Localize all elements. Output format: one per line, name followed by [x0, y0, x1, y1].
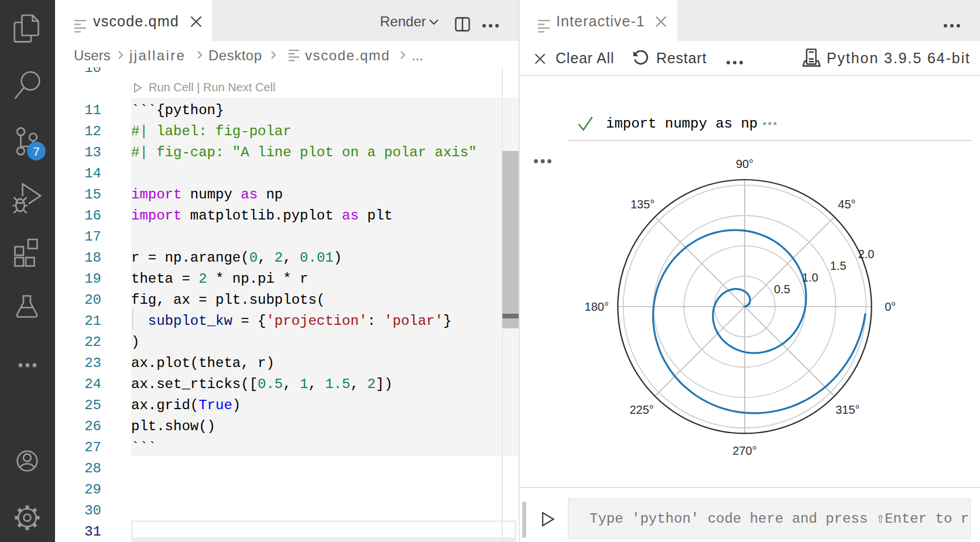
svg-text:0.5: 0.5 [774, 283, 790, 296]
svg-text:7: 7 [33, 145, 40, 158]
svg-text:270°: 270° [732, 444, 756, 457]
svg-text:180°: 180° [585, 300, 609, 313]
svg-text:90°: 90° [736, 157, 753, 170]
svg-text:135°: 135° [631, 198, 655, 211]
svg-text:1.5: 1.5 [830, 259, 847, 272]
svg-text:0°: 0° [885, 300, 896, 313]
svg-text:315°: 315° [835, 403, 859, 416]
svg-text:225°: 225° [629, 403, 653, 416]
svg-text:1.0: 1.0 [802, 271, 818, 284]
svg-text:2.0: 2.0 [858, 248, 875, 260]
svg-text:45°: 45° [838, 198, 855, 211]
